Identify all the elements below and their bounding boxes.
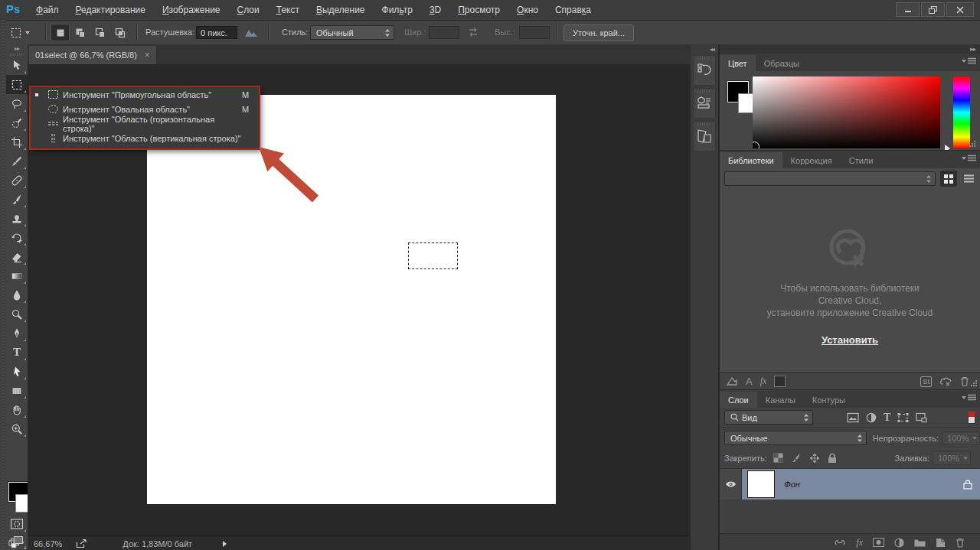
height-input[interactable]: [519, 26, 550, 39]
type-tool[interactable]: T: [6, 343, 28, 362]
share-icon[interactable]: [76, 539, 88, 548]
filter-smart-objects-icon[interactable]: [916, 412, 927, 423]
color-panel-resize-grip[interactable]: [974, 145, 975, 147]
tab-libraries[interactable]: Библиотеки: [720, 152, 782, 168]
zoom-level[interactable]: 66,67%: [34, 539, 62, 548]
delete-layer-icon[interactable]: [956, 538, 965, 548]
dodge-tool[interactable]: [6, 304, 28, 324]
clone-stamp-tool[interactable]: [6, 209, 28, 228]
tab-adjustments[interactable]: Коррекция: [782, 152, 841, 168]
layers-panel-menu-icon[interactable]: [962, 394, 976, 401]
close-button[interactable]: [946, 2, 974, 17]
screen-mode-button[interactable]: [6, 532, 28, 550]
history-panel-button[interactable]: [693, 55, 716, 86]
flyout-item-rectangular-marquee[interactable]: Инструмент "Прямоугольная область" M: [31, 87, 259, 102]
lock-all-icon[interactable]: [828, 453, 837, 464]
crop-tool[interactable]: [6, 132, 28, 151]
link-layers-icon[interactable]: [834, 539, 846, 546]
color-panel-menu-icon[interactable]: [962, 57, 976, 64]
tab-channels[interactable]: Каналы: [757, 392, 804, 408]
blur-tool[interactable]: [6, 285, 28, 304]
lasso-tool[interactable]: [6, 94, 28, 113]
opacity-dropdown[interactable]: 100%: [942, 431, 980, 445]
grid-view-button[interactable]: [940, 171, 957, 187]
eraser-tool[interactable]: [6, 247, 28, 266]
rectangular-marquee-tool[interactable]: [6, 75, 28, 94]
new-selection-mode-button[interactable]: [51, 24, 70, 41]
menu-window[interactable]: Окно: [508, 5, 547, 15]
status-options-icon[interactable]: [223, 541, 227, 547]
menu-layers[interactable]: Слои: [229, 5, 268, 15]
shape-tool[interactable]: [6, 381, 28, 400]
add-mask-icon[interactable]: [873, 538, 884, 547]
new-layer-icon[interactable]: [936, 538, 946, 548]
layer-filter-toggle[interactable]: [968, 412, 975, 424]
tab-swatches[interactable]: Образцы: [756, 55, 808, 71]
panel-edge-grip[interactable]: [0, 20, 6, 550]
new-group-icon[interactable]: [914, 538, 926, 547]
feather-input[interactable]: 0 пикс.: [196, 26, 237, 39]
minimize-button[interactable]: [896, 2, 920, 17]
libraries-panel-menu-icon[interactable]: [962, 155, 976, 161]
layer-row-background[interactable]: Фон: [720, 469, 980, 500]
healing-brush-tool[interactable]: [6, 171, 28, 190]
layer-filter-dropdown[interactable]: Вид: [724, 410, 813, 425]
libraries-resize-grip[interactable]: [975, 385, 977, 386]
pen-tool[interactable]: [6, 324, 28, 343]
new-adjustment-layer-icon[interactable]: [894, 538, 904, 548]
path-selection-tool[interactable]: [6, 362, 28, 381]
list-view-button[interactable]: [960, 171, 977, 187]
info-panel-button[interactable]: [693, 121, 716, 151]
expand-panels-icon[interactable]: ◂◂: [691, 44, 718, 54]
quick-mask-button[interactable]: [6, 514, 28, 533]
hue-strip[interactable]: [953, 76, 970, 148]
library-select-dropdown[interactable]: [724, 171, 936, 186]
restore-button[interactable]: [921, 2, 945, 17]
tab-paths[interactable]: Контуры: [804, 392, 854, 408]
lock-pixels-icon[interactable]: [791, 453, 802, 463]
layer-name[interactable]: Фон: [784, 480, 800, 489]
filter-pixel-layers-icon[interactable]: [847, 412, 859, 423]
history-brush-tool[interactable]: [6, 228, 28, 247]
menu-select[interactable]: Выделение: [308, 5, 374, 15]
width-input[interactable]: [429, 26, 459, 39]
add-character-style-icon[interactable]: A: [746, 376, 753, 387]
zoom-tool[interactable]: [6, 419, 28, 438]
add-graphic-icon[interactable]: [726, 376, 738, 387]
lock-transparency-icon[interactable]: [773, 453, 783, 463]
layer-thumbnail[interactable]: [747, 470, 775, 498]
fill-dropdown[interactable]: 100%: [933, 451, 971, 465]
collapse-dock-icon[interactable]: ▸▸: [720, 44, 980, 54]
document-tab[interactable]: 01select @ 66,7% (RGB/8) ×: [29, 46, 156, 64]
subtract-from-selection-mode-button[interactable]: [90, 24, 109, 41]
layer-visibility-toggle[interactable]: [720, 469, 742, 500]
flyout-item-single-row-marquee[interactable]: Инструмент "Область (горизонтальная стро…: [31, 116, 259, 131]
marquee-selection[interactable]: [408, 242, 458, 269]
eyedropper-tool[interactable]: [6, 151, 28, 171]
color-field-marker[interactable]: [753, 142, 760, 148]
tool-preset-picker[interactable]: [10, 24, 42, 41]
doc-size-info[interactable]: Док: 1,83М/0 байт: [122, 539, 192, 548]
filter-type-layers-icon[interactable]: T: [884, 412, 890, 424]
hand-tool[interactable]: [6, 400, 28, 419]
install-link[interactable]: Установить: [822, 334, 878, 346]
quick-selection-tool[interactable]: [6, 113, 28, 132]
add-color-icon[interactable]: [774, 376, 786, 387]
tab-color[interactable]: Цвет: [720, 55, 756, 71]
menu-type[interactable]: Текст: [268, 5, 308, 15]
menu-help[interactable]: Справка: [547, 5, 599, 15]
move-tool[interactable]: [6, 56, 28, 75]
brush-tool[interactable]: [6, 190, 28, 209]
color-saturation-field[interactable]: [753, 76, 940, 148]
menu-3d[interactable]: 3D: [421, 5, 449, 15]
menu-image[interactable]: Изображение: [154, 5, 229, 15]
swap-dimensions-icon[interactable]: [467, 27, 479, 37]
tab-styles[interactable]: Стили: [841, 152, 882, 168]
style-dropdown[interactable]: Обычный: [310, 25, 394, 40]
menu-view[interactable]: Просмотр: [449, 5, 508, 15]
blend-mode-dropdown[interactable]: Обычные: [724, 431, 867, 445]
adobe-stock-icon[interactable]: St: [920, 376, 932, 387]
canvas[interactable]: [147, 95, 556, 504]
add-layer-style-icon[interactable]: fx: [760, 376, 767, 387]
intersect-selection-mode-button[interactable]: [110, 24, 129, 41]
